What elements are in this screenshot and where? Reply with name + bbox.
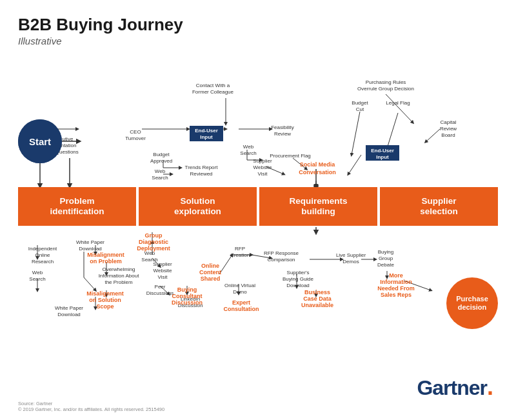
svg-text:Group: Group — [145, 232, 163, 239]
svg-text:Cut: Cut — [356, 106, 364, 112]
svg-text:Web: Web — [144, 250, 155, 256]
stage-solution: Solutionexploration — [139, 187, 257, 226]
svg-text:Deployment: Deployment — [137, 245, 170, 252]
svg-text:Approved: Approved — [150, 158, 172, 164]
svg-text:Supplier: Supplier — [153, 261, 172, 267]
svg-text:Supplier: Supplier — [253, 158, 272, 164]
svg-text:Trends Report: Trends Report — [185, 165, 219, 170]
svg-text:Legal Flag: Legal Flag — [386, 100, 410, 106]
svg-text:Unavailable: Unavailable — [301, 302, 333, 308]
svg-text:Demos: Demos — [342, 259, 359, 265]
svg-text:Discussion: Discussion — [172, 299, 203, 306]
svg-text:Misalignment: Misalignment — [86, 290, 124, 297]
svg-text:Download: Download — [79, 246, 102, 252]
svg-text:Buying: Buying — [177, 286, 197, 293]
svg-text:Overwhelming: Overwhelming — [102, 266, 135, 272]
svg-text:Discussion: Discussion — [178, 303, 203, 308]
svg-line-23 — [84, 277, 95, 290]
svg-text:Information About: Information About — [99, 273, 139, 279]
main-container: B2B Buying Journey Illustrative Start — [0, 0, 516, 420]
svg-text:Board: Board — [441, 132, 455, 138]
svg-text:Search: Search — [152, 175, 168, 181]
svg-text:Download: Download — [57, 312, 81, 317]
svg-text:Case Data: Case Data — [303, 295, 332, 302]
svg-text:Live Supplier: Live Supplier — [336, 252, 366, 258]
svg-text:Search: Search — [141, 257, 157, 263]
svg-text:Overrule Group Decision: Overrule Group Decision — [357, 86, 414, 92]
svg-text:the Problem: the Problem — [104, 279, 132, 285]
gartner-logo: Gartner. — [417, 374, 493, 401]
svg-text:Needed From: Needed From — [377, 285, 415, 292]
svg-text:Creation: Creation — [230, 252, 250, 258]
svg-line-13 — [387, 113, 398, 148]
svg-text:Supplier's: Supplier's — [287, 270, 310, 275]
svg-text:Input: Input — [200, 134, 213, 140]
svg-text:Discussions: Discussions — [146, 290, 174, 296]
svg-line-15 — [426, 129, 440, 142]
svg-text:Peer: Peer — [155, 284, 166, 290]
svg-text:Demo: Demo — [233, 289, 247, 295]
svg-text:Consultation: Consultation — [224, 306, 259, 312]
svg-line-14 — [386, 94, 413, 123]
svg-text:Contact With a: Contact With a — [196, 83, 230, 88]
stage-problem: Problemidentification — [18, 187, 136, 226]
svg-text:Web: Web — [32, 270, 43, 275]
svg-text:Business: Business — [304, 289, 330, 295]
svg-text:Download: Download — [286, 283, 310, 288]
svg-text:Comparison: Comparison — [267, 257, 295, 263]
stage-supplier: Supplierselection — [380, 187, 498, 226]
svg-text:End-User: End-User — [371, 148, 394, 154]
svg-line-37 — [404, 281, 431, 290]
svg-rect-48 — [190, 126, 223, 141]
svg-text:Online: Online — [35, 252, 50, 258]
svg-text:Misalignment: Misalignment — [87, 252, 124, 258]
svg-text:Search: Search — [240, 150, 256, 156]
svg-text:More: More — [389, 272, 403, 279]
svg-text:Web: Web — [243, 144, 254, 150]
svg-text:Reviewed: Reviewed — [190, 171, 212, 177]
svg-text:Consultant: Consultant — [172, 293, 203, 299]
stage-requirements: Requirementsbuilding — [259, 187, 377, 226]
svg-line-40 — [152, 258, 160, 266]
svg-text:RFP Response: RFP Response — [264, 250, 299, 256]
svg-text:RFP: RFP — [235, 246, 245, 252]
stages-row: Problemidentification Solutionexploratio… — [18, 187, 498, 226]
svg-text:Online Virtual: Online Virtual — [224, 283, 255, 288]
svg-text:on Problem: on Problem — [90, 258, 122, 265]
start-circle: Start — [18, 119, 62, 163]
svg-text:Conversation: Conversation — [299, 169, 336, 175]
svg-text:Turnover: Turnover — [125, 135, 146, 141]
svg-text:LinkedIn: LinkedIn — [181, 296, 200, 302]
svg-text:White Paper: White Paper — [76, 239, 104, 245]
svg-line-28 — [219, 255, 232, 274]
svg-text:Scope: Scope — [96, 303, 114, 310]
svg-text:Diagnostic: Diagnostic — [139, 239, 168, 245]
svg-text:Information: Information — [380, 279, 412, 285]
svg-text:Visit: Visit — [158, 274, 168, 280]
svg-text:Buying Guide: Buying Guide — [283, 276, 314, 282]
svg-text:Online: Online — [201, 263, 219, 269]
svg-text:Web: Web — [155, 168, 166, 174]
svg-text:Content: Content — [199, 269, 221, 275]
svg-line-30 — [252, 255, 271, 258]
svg-text:Budget: Budget — [153, 152, 170, 157]
svg-text:Visit: Visit — [258, 171, 268, 177]
svg-text:Former Colleague: Former Colleague — [192, 89, 234, 95]
svg-line-8 — [266, 166, 284, 174]
svg-text:Input: Input — [376, 154, 389, 160]
purchase-decision-circle: Purchasedecision — [446, 277, 498, 329]
svg-text:End-User: End-User — [195, 128, 218, 134]
svg-text:Debate: Debate — [377, 262, 394, 268]
svg-text:Research: Research — [32, 259, 54, 265]
svg-text:Feasibility: Feasibility — [271, 125, 294, 130]
page-title: B2B Buying Journey — [18, 15, 498, 34]
svg-text:Procurement Flag: Procurement Flag — [270, 153, 311, 159]
svg-text:Sales Reps: Sales Reps — [381, 292, 412, 298]
svg-text:Group: Group — [379, 255, 393, 261]
svg-text:Search: Search — [29, 276, 45, 282]
svg-text:Expert: Expert — [232, 299, 250, 306]
svg-text:Review: Review — [274, 131, 291, 137]
svg-text:Website: Website — [154, 268, 172, 274]
svg-line-12 — [352, 112, 360, 155]
svg-text:on Solution: on Solution — [89, 297, 121, 303]
